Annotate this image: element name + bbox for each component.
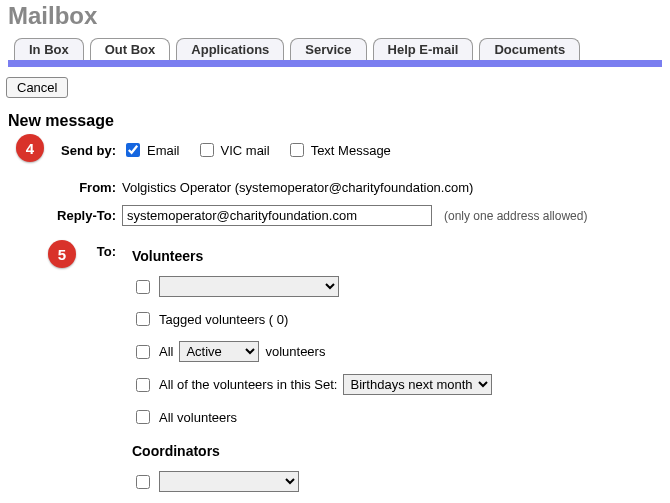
volunteers-heading: Volunteers	[132, 248, 492, 264]
coordinators-heading: Coordinators	[132, 443, 492, 459]
to-row: 5 To: Volunteers Tagged volunteers ( 0) …	[10, 242, 660, 503]
all-volunteers-text: All volunteers	[159, 410, 237, 425]
tab-outbox[interactable]: Out Box	[90, 38, 171, 60]
page-title: Mailbox	[8, 2, 670, 30]
send-by-text-checkbox[interactable]	[290, 143, 304, 157]
tagged-volunteers-row: Tagged volunteers ( 0)	[132, 309, 492, 329]
tagged-volunteers-text: Tagged volunteers ( 0)	[159, 312, 288, 327]
send-by-text-text: Text Message	[311, 143, 391, 158]
tabs-container: In Box Out Box Applications Service Help…	[0, 38, 670, 67]
send-by-email-option[interactable]: Email	[122, 140, 180, 160]
reply-to-row: Reply-To: (only one address allowed)	[10, 205, 660, 226]
send-by-vic-checkbox[interactable]	[200, 143, 214, 157]
all-volunteers-checkbox[interactable]	[136, 410, 150, 424]
set-row: All of the volunteers in this Set: Birth…	[132, 374, 492, 395]
coordinators-select-row	[132, 471, 492, 492]
tab-documents[interactable]: Documents	[479, 38, 580, 60]
from-value: Volgistics Operator (systemoperator@char…	[122, 180, 473, 195]
volunteers-select[interactable]	[159, 276, 339, 297]
tab-service[interactable]: Service	[290, 38, 366, 60]
send-by-vic-option[interactable]: VIC mail	[196, 140, 270, 160]
tab-applications[interactable]: Applications	[176, 38, 284, 60]
badge-4: 4	[16, 134, 44, 162]
badge-5: 5	[48, 240, 76, 268]
all-status-suffix: volunteers	[265, 344, 325, 359]
tab-inbox[interactable]: In Box	[14, 38, 84, 60]
send-by-vic-text: VIC mail	[221, 143, 270, 158]
send-by-email-checkbox[interactable]	[126, 143, 140, 157]
send-by-email-text: Email	[147, 143, 180, 158]
all-volunteers-row: All volunteers	[132, 407, 492, 427]
volunteers-select-row	[132, 276, 492, 297]
all-status-row: All Active volunteers	[132, 341, 492, 362]
send-by-row: 4 Send by: Email VIC mail Text Message	[10, 140, 660, 160]
tab-row: In Box Out Box Applications Service Help…	[8, 38, 662, 60]
status-select[interactable]: Active	[179, 341, 259, 362]
tab-help-email[interactable]: Help E-mail	[373, 38, 474, 60]
coordinators-select-checkbox[interactable]	[136, 475, 150, 489]
all-status-prefix: All	[159, 344, 173, 359]
reply-to-hint: (only one address allowed)	[444, 209, 587, 223]
reply-to-label: Reply-To:	[10, 208, 122, 223]
section-title: New message	[8, 112, 670, 130]
cancel-button[interactable]: Cancel	[6, 77, 68, 98]
set-checkbox[interactable]	[136, 378, 150, 392]
coordinators-select[interactable]	[159, 471, 299, 492]
volunteers-select-checkbox[interactable]	[136, 280, 150, 294]
from-row: From: Volgistics Operator (systemoperato…	[10, 180, 660, 195]
set-label-text: All of the volunteers in this Set:	[159, 377, 337, 392]
all-status-checkbox[interactable]	[136, 345, 150, 359]
set-select[interactable]: Birthdays next month	[343, 374, 492, 395]
reply-to-input[interactable]	[122, 205, 432, 226]
from-label: From:	[10, 180, 122, 195]
send-by-text-option[interactable]: Text Message	[286, 140, 391, 160]
tab-underline	[8, 60, 662, 67]
tagged-volunteers-checkbox[interactable]	[136, 312, 150, 326]
